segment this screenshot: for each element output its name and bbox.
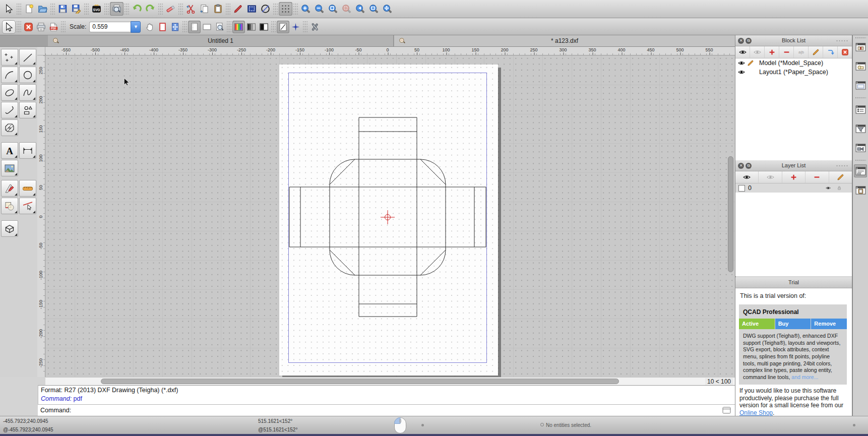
dock-clipboard-panel-button[interactable] [854, 183, 867, 197]
erase-button[interactable] [164, 2, 177, 16]
hide-all-blocks-button[interactable] [750, 46, 765, 58]
scale-input[interactable]: 0.559 [89, 22, 131, 32]
and-more-link[interactable]: and more... [791, 374, 818, 380]
page-portrait-button[interactable] [188, 21, 201, 33]
undo-button[interactable] [130, 2, 144, 16]
close-panel-icon[interactable]: ✕ [738, 163, 744, 169]
tool-snap[interactable] [19, 198, 36, 214]
command-input-row[interactable]: Command: [38, 404, 735, 416]
tool-polyline[interactable] [1, 102, 18, 118]
tool-projection[interactable] [1, 220, 18, 237]
close-print-preview-button[interactable] [22, 21, 35, 33]
dock-property-editor-button[interactable] [854, 164, 867, 177]
edit-layer-button[interactable] [829, 171, 852, 183]
pan-button[interactable] [381, 2, 394, 16]
move-paper-position-button[interactable] [144, 21, 156, 33]
select-rectangle-button[interactable] [245, 2, 259, 16]
tool-ellipse[interactable] [1, 84, 18, 101]
new-file-button[interactable] [22, 2, 36, 16]
online-shop-link[interactable]: Online Shop [739, 409, 773, 416]
copy-button[interactable] [198, 2, 211, 16]
layer-lock-icon[interactable] [837, 184, 844, 192]
buy-button[interactable]: Buy [775, 319, 811, 329]
visibility-eye-icon[interactable] [738, 69, 747, 76]
crosshair-button[interactable] [289, 21, 302, 33]
canvas-vertical-scrollbar[interactable] [728, 156, 733, 272]
dock-viewport-panel-button[interactable] [854, 79, 867, 92]
close-panel-icon[interactable]: ✕ [738, 38, 744, 44]
auto-zoom-button[interactable] [326, 2, 340, 16]
hide-all-layers-button[interactable] [759, 171, 782, 183]
block-row[interactable]: Layout1 (*Paper_Space) [735, 68, 852, 77]
scale-dropdown-icon[interactable]: ▼ [131, 21, 141, 33]
draft-mode-button[interactable] [277, 21, 289, 33]
full-color-button[interactable] [232, 21, 245, 33]
cursor-button[interactable] [2, 2, 16, 16]
show-all-blocks-button[interactable] [735, 46, 750, 58]
edit-pencil-icon[interactable] [747, 59, 756, 67]
active-button[interactable]: Active [739, 319, 775, 329]
add-layer-button[interactable] [782, 171, 805, 183]
svg-export-button[interactable]: SVG [90, 2, 103, 16]
dock-selection-filter-button[interactable] [854, 122, 867, 135]
open-file-button[interactable] [36, 2, 49, 16]
tool-hatch[interactable] [1, 119, 18, 136]
show-all-layers-button[interactable] [735, 171, 759, 183]
zoom-in-button[interactable] [299, 2, 313, 16]
print-button[interactable] [35, 21, 47, 33]
paper-borders-button[interactable] [156, 21, 169, 33]
dock-library-browser-button[interactable] [854, 40, 867, 53]
tool-shape[interactable] [19, 102, 36, 118]
grayscale-button[interactable] [245, 21, 258, 33]
tool-image[interactable] [1, 160, 18, 176]
purge-block-button[interactable] [838, 46, 852, 58]
cut-button[interactable] [184, 2, 198, 16]
print-preview-button[interactable] [110, 2, 123, 16]
tool-measure[interactable] [19, 180, 36, 197]
zoom-window-button[interactable] [367, 2, 381, 16]
tool-dimension[interactable] [19, 142, 36, 159]
drawing-canvas[interactable] [45, 55, 735, 377]
tool-arc[interactable] [1, 67, 18, 83]
zoom-page-button[interactable] [213, 21, 226, 33]
tool-line[interactable] [19, 49, 36, 66]
dock-layer-list-panel-button[interactable] [854, 103, 867, 116]
auto-fit-drawing-button[interactable] [169, 21, 181, 33]
dock-view-panel-button[interactable] [854, 141, 867, 154]
dock-block-list-panel-button[interactable] [854, 59, 867, 73]
paste-button[interactable] [211, 2, 225, 16]
tool-modify[interactable] [1, 180, 18, 197]
tool-text[interactable]: A [1, 142, 18, 159]
previous-view-button[interactable] [353, 2, 367, 16]
save-file-button[interactable] [56, 2, 70, 16]
float-panel-icon[interactable]: ⧉ [746, 38, 752, 44]
tab-untitled-1[interactable]: Untitled 1 [48, 35, 394, 46]
tool-boolean[interactable] [1, 198, 18, 214]
horizontal-scrollbar-thumb[interactable] [101, 379, 619, 384]
remove-button[interactable]: Remove [811, 319, 847, 329]
expand-command-icon[interactable] [722, 407, 731, 414]
layer-visibility-icon[interactable] [826, 184, 833, 192]
tab-a123-dxf[interactable]: * a123.dxf [394, 35, 735, 46]
settings-button[interactable] [308, 21, 321, 33]
zoom-out-button[interactable] [313, 2, 326, 16]
page-landscape-button[interactable] [201, 21, 213, 33]
tool-circle[interactable] [19, 67, 36, 83]
tool-point[interactable] [1, 49, 18, 66]
remove-block-button[interactable] [779, 46, 794, 58]
float-panel-icon[interactable]: ⧉ [746, 163, 752, 169]
rename-block-button[interactable]: a|b [794, 46, 809, 58]
pdf-export-button[interactable]: PDF [47, 21, 60, 33]
deselect-all-button[interactable] [259, 2, 272, 16]
tool-spline[interactable] [19, 84, 36, 101]
edit-button[interactable] [231, 2, 245, 16]
redo-button[interactable] [144, 2, 157, 16]
remove-layer-button[interactable] [805, 171, 829, 183]
layer-row[interactable]: 0 [735, 183, 852, 193]
edit-block-button[interactable] [809, 46, 823, 58]
grid-toggle-button[interactable] [279, 2, 292, 16]
block-row[interactable]: Model (*Model_Space) [735, 58, 852, 68]
insert-block-button[interactable] [823, 46, 838, 58]
layer-color-swatch[interactable] [738, 185, 745, 192]
add-block-button[interactable] [765, 46, 779, 58]
